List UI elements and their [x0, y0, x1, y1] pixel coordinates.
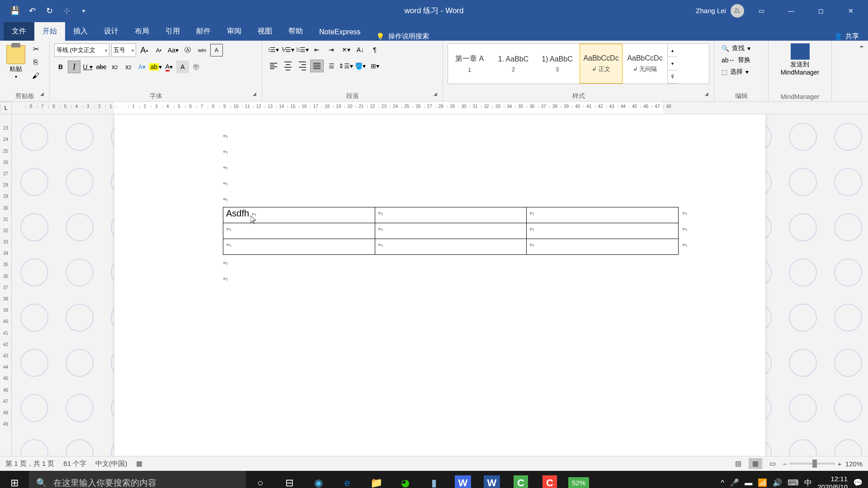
table-row[interactable]: ↵ ↵ ↵↵ [223, 239, 679, 255]
zoom-in-button[interactable]: + [838, 460, 842, 468]
taskbar-clock[interactable]: 12:11 2020/6/10 [817, 475, 848, 488]
web-layout-button[interactable]: ▭ [766, 458, 779, 469]
taskbar-search[interactable]: 🔍 在这里输入你要搜索的内容 [29, 471, 246, 488]
style-heading2[interactable]: 1. AaBbC 2 [492, 44, 535, 84]
tab-noteexpress[interactable]: NoteExpress [311, 23, 369, 41]
font-name-select[interactable]: 等线 (中文正文 ▾ [54, 43, 109, 57]
taskbar-explorer[interactable]: 📁 [362, 471, 391, 488]
word-count-status[interactable]: 61 个字 [63, 460, 86, 468]
tray-overflow-button[interactable]: ^ [721, 479, 724, 488]
asian-layout-button[interactable]: ✕▾ [339, 43, 353, 56]
gallery-expand[interactable]: ⊽ [668, 70, 677, 84]
tab-layout[interactable]: 布局 [127, 22, 157, 41]
table-row[interactable]: ↵ ↵ ↵↵ [223, 223, 679, 239]
line-spacing-button[interactable]: ⇕☰▾ [339, 60, 353, 72]
taskbar-battery-app[interactable]: 52% [564, 471, 593, 488]
taskbar-notes[interactable]: ▮ [420, 471, 448, 488]
zoom-track[interactable] [789, 463, 835, 465]
enclose-characters-button[interactable]: ㊥ [190, 61, 203, 73]
redo-button[interactable]: ↻ [43, 5, 55, 17]
align-justify-button[interactable] [310, 60, 324, 72]
character-shading-button[interactable]: A [176, 61, 189, 73]
font-dialog-launcher[interactable]: ◢ [253, 91, 260, 99]
send-to-mindmanager-button[interactable]: 发送到 MindManager [773, 43, 827, 76]
select-button[interactable]: ⬚选择 ▾ [719, 67, 764, 77]
tell-me-search[interactable]: 💡 操作说明搜索 [369, 32, 436, 41]
tab-selector[interactable]: L [0, 102, 12, 114]
taskbar-wps[interactable]: W [448, 471, 477, 488]
multilevel-list-button[interactable]: ⁝⁝☰▾ [296, 43, 309, 56]
maximize-button[interactable]: ◻ [808, 0, 834, 21]
taskbar-recorder[interactable]: C [535, 471, 564, 488]
hruler[interactable]: 87654321 1234567891011121314151617181920… [12, 102, 868, 114]
tab-home[interactable]: 开始 [34, 22, 65, 41]
character-border-button[interactable]: A [210, 44, 223, 56]
shading-button[interactable]: 🪣▾ [354, 60, 367, 72]
numbering-button[interactable]: ⅟☰▾ [281, 43, 295, 56]
strikethrough-button[interactable]: abc [95, 61, 108, 73]
show-marks-button[interactable]: ¶ [368, 43, 382, 56]
table-cell[interactable]: ↵ [375, 223, 527, 239]
sort-button[interactable]: A↓ [354, 43, 367, 56]
clipboard-dialog-launcher[interactable]: ◢ [40, 91, 47, 99]
wifi-icon[interactable]: 📶 [758, 478, 767, 488]
table-cell[interactable]: ↵ [375, 239, 527, 255]
cortana-button[interactable]: ○ [246, 471, 275, 488]
minimize-button[interactable]: — [778, 0, 804, 21]
task-view-button[interactable]: ⊟ [275, 471, 304, 488]
print-layout-button[interactable]: ▦ [749, 458, 762, 469]
text-effects-button[interactable]: A▾ [136, 61, 148, 73]
start-button[interactable]: ⊞ [0, 471, 29, 488]
zoom-out-button[interactable]: − [783, 460, 787, 468]
font-size-select[interactable]: 五号 ▾ [111, 43, 136, 57]
copy-button[interactable]: ⎘ [30, 57, 42, 68]
cut-button[interactable]: ✂ [30, 43, 42, 54]
notifications-button[interactable]: 💬 [853, 478, 863, 488]
touch-mode-button[interactable]: ⊹ [61, 5, 72, 17]
read-mode-button[interactable]: ▤ [731, 458, 745, 469]
paste-button[interactable]: 粘贴 ▾ [5, 43, 27, 81]
ime-indicator[interactable]: 中 [804, 478, 812, 488]
phonetic-guide-button[interactable]: wén [196, 44, 208, 56]
taskbar-word[interactable]: W [477, 471, 506, 488]
taskbar-edge[interactable]: e [333, 471, 362, 488]
tab-review[interactable]: 审阅 [219, 22, 250, 41]
ruler-vertical[interactable]: 2324252627282930313233343536373839404142… [0, 114, 12, 456]
style-heading3[interactable]: 1) AaBbC 3 [536, 44, 579, 84]
page-area[interactable]: ↵ ↵ ↵ ↵ ↵ Asdfh ↵ ↵ ↵↵ ↵ ↵ [12, 114, 868, 456]
gallery-scroll-down[interactable]: ▾ [668, 57, 677, 70]
tab-help[interactable]: 帮助 [280, 22, 311, 41]
shrink-font-button[interactable]: A▾ [152, 44, 165, 56]
keyboard-icon[interactable]: ⌨ [788, 478, 799, 488]
clear-formatting-button[interactable]: Ⓐ [181, 44, 194, 56]
taskbar-camtasia[interactable]: C [506, 471, 535, 488]
collapse-ribbon-button[interactable]: ⌃ [855, 41, 868, 101]
table-row[interactable]: Asdfh ↵ ↵ ↵↵ [223, 207, 679, 223]
battery-icon[interactable]: ▬ [745, 479, 752, 488]
increase-indent-button[interactable]: ⇥ [325, 43, 338, 56]
undo-button[interactable]: ↶ [26, 5, 38, 17]
table-cell[interactable]: ↵ [223, 239, 375, 255]
page[interactable]: ↵ ↵ ↵ ↵ ↵ Asdfh ↵ ↵ ↵↵ ↵ ↵ [114, 114, 765, 456]
font-color-button[interactable]: A▾ [163, 61, 175, 73]
style-normal[interactable]: AaBbCcDc ↲ 正文 [580, 44, 623, 84]
close-button[interactable]: ✕ [838, 0, 863, 21]
save-button[interactable]: 💾 [9, 5, 21, 17]
language-status[interactable]: 中文(中国) [95, 460, 127, 468]
table-cell[interactable]: ↵ [223, 223, 375, 239]
bold-button[interactable]: B [54, 61, 67, 73]
find-button[interactable]: 🔍查找 ▾ [719, 43, 764, 53]
table-cell[interactable]: ↵↵ [527, 223, 679, 239]
table-cell[interactable]: Asdfh ↵ [223, 207, 375, 223]
table-cell[interactable]: ↵ [375, 207, 527, 223]
share-button[interactable]: 👤 共享 [834, 32, 859, 41]
tab-insert[interactable]: 插入 [65, 22, 96, 41]
tab-references[interactable]: 引用 [157, 22, 188, 41]
underline-button[interactable]: U ▾ [81, 61, 94, 73]
italic-button[interactable]: I [68, 61, 80, 73]
change-case-button[interactable]: Aa▾ [167, 44, 179, 56]
document-body[interactable]: ↵ ↵ ↵ ↵ ↵ Asdfh ↵ ↵ ↵↵ ↵ ↵ [223, 128, 657, 286]
user-name[interactable]: Zhang Lei [696, 7, 726, 14]
format-painter-button[interactable]: 🖌 [30, 70, 42, 81]
subscript-button[interactable]: x2 [108, 61, 121, 73]
